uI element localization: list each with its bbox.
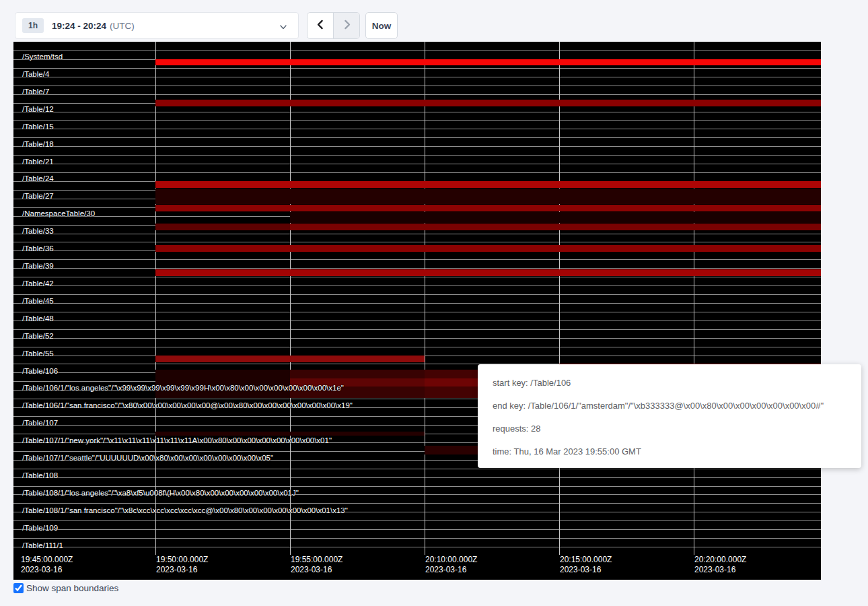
x-axis-date-label: 2023-03-16 xyxy=(425,565,466,575)
row-label: /Table/21 xyxy=(22,158,54,166)
show-span-boundaries-label[interactable]: Show span boundaries xyxy=(26,583,118,593)
footer: Show span boundaries xyxy=(13,583,118,593)
span-tooltip: start key: /Table/106 end key: /Table/10… xyxy=(478,364,861,468)
heatmap-band[interactable] xyxy=(155,224,290,230)
heatmap-band[interactable] xyxy=(155,59,821,65)
span-boundary-line xyxy=(13,321,821,321)
span-boundary-line xyxy=(13,547,821,547)
heatmap-band[interactable] xyxy=(155,181,821,188)
time-bucket-line xyxy=(694,42,694,555)
row-label: /Table/45 xyxy=(22,297,54,305)
span-boundary-line xyxy=(13,303,821,304)
span-boundary-line xyxy=(13,86,821,86)
x-axis-time-label: 19:55:00.000Z xyxy=(291,555,342,565)
row-label: /System/tsd xyxy=(22,53,63,61)
span-boundary-line xyxy=(13,285,821,286)
tooltip-time: time: Thu, 16 Mar 2023 19:55:00 GMT xyxy=(493,440,861,463)
x-axis-time-label: 20:15:00.000Z xyxy=(560,555,612,565)
row-label: /Table/24 xyxy=(22,174,54,182)
span-boundary-line xyxy=(13,242,821,242)
now-button-label: Now xyxy=(372,21,392,31)
row-label: /Table/42 xyxy=(22,279,54,288)
show-span-boundaries-checkbox[interactable] xyxy=(13,583,24,593)
heatmap-band[interactable] xyxy=(155,205,821,211)
row-label: /Table/7 xyxy=(22,88,49,96)
span-boundary-line xyxy=(13,137,821,138)
tooltip-requests: requests: 28 xyxy=(493,417,861,440)
row-label: /Table/27 xyxy=(22,192,54,200)
span-boundary-line xyxy=(13,486,821,487)
row-label: /NamespaceTable/30 xyxy=(22,209,95,217)
span-boundary-line xyxy=(13,477,821,478)
span-boundary-line xyxy=(13,129,821,129)
row-label: /Table/109 xyxy=(22,524,58,532)
span-boundary-line xyxy=(13,529,821,530)
span-boundary-line xyxy=(13,146,821,147)
span-boundary-line xyxy=(13,94,821,95)
row-label: /Table/106/1/"san francisco"/"\x80\x00\x… xyxy=(22,401,353,409)
chevron-down-icon xyxy=(279,22,287,30)
heatmap-band[interactable] xyxy=(290,212,821,223)
now-button[interactable]: Now xyxy=(365,12,398,39)
row-label: /Table/48 xyxy=(22,314,54,323)
time-window-badge: 1h xyxy=(22,18,44,33)
heatmap-band[interactable] xyxy=(290,224,821,230)
span-boundary-line xyxy=(13,120,821,121)
row-label: /Table/52 xyxy=(22,332,54,340)
row-label: /Table/108/1/"san francisco"/"\x8c\xcc\x… xyxy=(22,506,348,514)
row-label: /Table/18 xyxy=(22,140,54,148)
span-boundary-line xyxy=(13,277,821,277)
time-range-select[interactable]: 1h 19:24 - 20:24 (UTC) xyxy=(15,12,299,39)
row-label: /Table/15 xyxy=(22,123,54,131)
span-boundary-line xyxy=(13,155,821,156)
row-label: /Table/39 xyxy=(22,262,54,270)
span-boundary-line xyxy=(13,164,821,164)
x-axis-time-label: 20:10:00.000Z xyxy=(425,555,477,565)
heatmap-band[interactable] xyxy=(155,269,821,276)
span-boundary-line xyxy=(13,68,821,69)
x-axis-date-label: 2023-03-16 xyxy=(560,565,601,575)
x-axis-date-label: 2023-03-16 xyxy=(156,565,197,575)
x-axis-date-label: 2023-03-16 xyxy=(694,565,735,575)
row-label: /Table/33 xyxy=(22,227,54,235)
span-boundary-line xyxy=(13,503,821,504)
span-boundary-line xyxy=(13,294,821,295)
heatmap-band[interactable] xyxy=(155,189,821,204)
span-boundary-line xyxy=(13,538,821,539)
x-axis-time-label: 20:20:00.000Z xyxy=(694,555,746,565)
row-label: /Table/106 xyxy=(22,367,58,375)
row-label: /Table/36 xyxy=(22,244,54,252)
chevron-right-icon xyxy=(341,19,353,33)
next-interval-button[interactable] xyxy=(334,13,359,38)
row-label: /Table/111/1 xyxy=(22,541,63,549)
time-range-label: 19:24 - 20:24 xyxy=(52,21,106,31)
row-label: /Table/106/1/"los angeles"/"\x99\x99\x99… xyxy=(22,384,344,392)
row-label: /Table/55 xyxy=(22,349,54,358)
span-boundary-line xyxy=(13,338,821,339)
span-boundary-line xyxy=(13,172,821,173)
time-bucket-line xyxy=(290,42,291,555)
row-label: /Table/12 xyxy=(22,105,54,113)
row-label: /Table/107/1/"new york"/"\x11\x11\x11\x1… xyxy=(22,436,332,444)
row-label: /Table/107/1/"seattle"/"UUUUUUD\x00\x80\… xyxy=(22,454,273,462)
span-boundary-line xyxy=(13,234,821,234)
key-visualizer-canvas[interactable]: /System/tsd/Table/4/Table/7/Table/12/Tab… xyxy=(13,42,821,580)
row-label: /Table/107 xyxy=(22,419,58,427)
row-label: /Table/4 xyxy=(22,70,49,78)
heatmap-band[interactable] xyxy=(155,100,821,106)
time-nav-group xyxy=(307,12,360,39)
span-boundary-line xyxy=(13,112,821,112)
heatmap-band[interactable] xyxy=(155,432,425,436)
span-boundary-line xyxy=(13,77,821,77)
heatmap-band[interactable] xyxy=(155,356,425,362)
row-label: /Table/108/1/"los angeles"/"\xa8\xf5\u00… xyxy=(22,489,299,497)
previous-interval-button[interactable] xyxy=(308,13,334,38)
time-bucket-line xyxy=(559,42,560,555)
span-boundary-line xyxy=(13,329,821,330)
span-boundary-line xyxy=(13,50,821,51)
time-zone-label: (UTC) xyxy=(110,21,135,31)
heatmap-band[interactable] xyxy=(155,245,821,252)
span-boundary-line xyxy=(13,259,821,260)
toolbar: 1h 19:24 - 20:24 (UTC) Now xyxy=(0,0,868,42)
span-boundary-line xyxy=(13,312,821,312)
